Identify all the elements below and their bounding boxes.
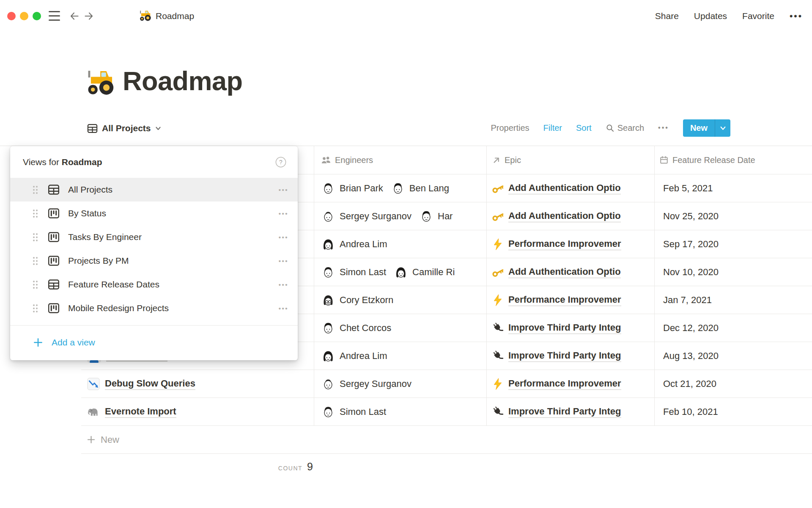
epic-cell[interactable]: Improve Third Party Integ <box>487 314 655 342</box>
epic-cell[interactable]: Add Authentication Optio <box>487 258 655 286</box>
engineers-cell[interactable]: Andrea Lim <box>314 230 487 258</box>
view-item-menu-icon[interactable]: ••• <box>279 234 288 241</box>
new-button-label[interactable]: New <box>683 119 715 137</box>
view-list-item-all-projects[interactable]: All Projects••• <box>10 178 298 202</box>
epic-cell[interactable]: Performance Improvemer <box>487 286 655 314</box>
share-button[interactable]: Share <box>655 11 679 21</box>
updates-button[interactable]: Updates <box>694 11 727 21</box>
epic-page-link[interactable]: Add Authentication Optio <box>508 182 621 194</box>
column-header-release-date[interactable]: Feature Release Date <box>655 146 812 174</box>
view-item-menu-icon[interactable]: ••• <box>279 305 288 312</box>
project-page-link[interactable]: Evernote Import <box>105 406 176 418</box>
release-date-cell[interactable]: Oct 21, 2020 <box>655 370 812 398</box>
engineers-cell[interactable]: Brian ParkBen Lang <box>314 174 487 202</box>
person-chip[interactable]: Chet Corcos <box>321 321 391 335</box>
view-options-icon[interactable]: ••• <box>658 124 669 132</box>
view-list-item-tasks-by-engineer[interactable]: Tasks By Engineer••• <box>10 225 298 249</box>
project-cell[interactable]: Evernote Import <box>81 398 314 425</box>
person-chip[interactable]: Simon Last <box>321 405 386 419</box>
new-record-button[interactable]: New <box>683 119 730 137</box>
epic-page-link[interactable]: Add Authentication Optio <box>508 210 621 222</box>
row-count[interactable]: COUNT 9 <box>81 461 313 473</box>
person-chip[interactable]: Cory Etzkorn <box>321 293 393 307</box>
close-window-button[interactable] <box>7 12 16 20</box>
view-list-item-projects-by-pm[interactable]: Projects By PM••• <box>10 249 298 273</box>
engineers-cell[interactable]: Simon Last <box>314 398 487 425</box>
epic-cell[interactable]: Performance Improvemer <box>487 370 655 398</box>
view-list-item-mobile-redesign-projects[interactable]: Mobile Redesign Projects••• <box>10 296 298 320</box>
properties-button[interactable]: Properties <box>491 123 529 133</box>
drag-handle-icon[interactable] <box>32 209 38 218</box>
engineers-cell[interactable]: Andrea Lim <box>314 342 487 370</box>
person-chip[interactable]: Ben Lang <box>391 181 449 196</box>
breadcrumb-page-title[interactable]: Roadmap <box>156 11 194 21</box>
view-item-menu-icon[interactable]: ••• <box>279 257 288 265</box>
column-header-engineers[interactable]: Engineers <box>314 146 487 174</box>
release-date-cell[interactable]: Jan 7, 2021 <box>655 286 812 314</box>
back-arrow-icon[interactable] <box>69 11 80 22</box>
person-chip[interactable]: Andrea Lim <box>321 237 387 251</box>
person-chip[interactable]: Simon Last <box>321 265 386 279</box>
person-chip[interactable]: Camille Ri <box>394 265 455 279</box>
epic-page-link[interactable]: Improve Third Party Integ <box>508 322 621 334</box>
drag-handle-icon[interactable] <box>32 304 38 313</box>
view-item-menu-icon[interactable]: ••• <box>279 281 288 288</box>
person-chip[interactable]: Brian Park <box>321 181 383 196</box>
sidebar-menu-icon[interactable] <box>49 11 60 21</box>
person-chip[interactable]: Andrea Lim <box>321 349 387 363</box>
engineers-cell[interactable]: Chet Corcos <box>314 314 487 342</box>
release-date-cell[interactable]: Feb 10, 2021 <box>655 398 812 425</box>
engineers-cell[interactable]: Sergey SurganovHar <box>314 202 487 230</box>
sort-button[interactable]: Sort <box>576 123 592 133</box>
epic-cell[interactable]: Performance Improvemer <box>487 230 655 258</box>
new-button-chevron-icon[interactable] <box>715 119 730 137</box>
search-button[interactable]: Search <box>606 123 644 133</box>
plug-icon <box>492 350 505 362</box>
zoom-window-button[interactable] <box>33 12 41 20</box>
forward-arrow-icon[interactable] <box>83 11 94 22</box>
person-chip[interactable]: Sergey Surganov <box>321 209 411 224</box>
engineers-cell[interactable]: Simon LastCamille Ri <box>314 258 487 286</box>
epic-cell[interactable]: Add Authentication Optio <box>487 202 655 230</box>
filter-button[interactable]: Filter <box>543 123 562 133</box>
release-date-cell[interactable]: Aug 13, 2020 <box>655 342 812 370</box>
drag-handle-icon[interactable] <box>32 232 38 242</box>
epic-page-link[interactable]: Performance Improvemer <box>508 378 621 390</box>
add-view-button[interactable]: Add a view <box>10 326 298 359</box>
page-tractor-icon[interactable] <box>84 69 114 96</box>
epic-page-link[interactable]: Improve Third Party Integ <box>508 406 621 418</box>
view-item-menu-icon[interactable]: ••• <box>279 186 288 193</box>
epic-page-link[interactable]: Add Authentication Optio <box>508 266 621 278</box>
drag-handle-icon[interactable] <box>32 185 38 195</box>
person-chip[interactable]: Har <box>419 209 453 224</box>
add-row-button[interactable]: New <box>81 426 812 454</box>
person-chip[interactable]: Sergey Surganov <box>321 377 411 391</box>
minimize-window-button[interactable] <box>20 12 28 20</box>
epic-page-link[interactable]: Performance Improvemer <box>508 294 621 306</box>
column-header-epic[interactable]: Epic <box>487 146 655 174</box>
release-date-cell[interactable]: Nov 10, 2020 <box>655 258 812 286</box>
release-date-cell[interactable]: Nov 25, 2020 <box>655 202 812 230</box>
epic-cell[interactable]: Improve Third Party Integ <box>487 342 655 370</box>
more-options-icon[interactable]: ••• <box>790 11 803 21</box>
engineers-cell[interactable]: Cory Etzkorn <box>314 286 487 314</box>
release-date-cell[interactable]: Sep 17, 2020 <box>655 230 812 258</box>
question-mark-icon[interactable]: ? <box>275 156 287 168</box>
drag-handle-icon[interactable] <box>32 256 38 266</box>
view-selector[interactable]: All Projects <box>87 120 162 137</box>
view-list-item-feature-release-dates[interactable]: Feature Release Dates••• <box>10 273 298 296</box>
epic-page-link[interactable]: Improve Third Party Integ <box>508 350 621 362</box>
project-cell[interactable]: Debug Slow Queries <box>81 370 314 398</box>
engineers-cell[interactable]: Sergey Surganov <box>314 370 487 398</box>
epic-page-link[interactable]: Performance Improvemer <box>508 238 621 250</box>
project-page-link[interactable]: Debug Slow Queries <box>105 378 195 390</box>
release-date-cell[interactable]: Feb 5, 2021 <box>655 174 812 202</box>
favorite-button[interactable]: Favorite <box>742 11 774 21</box>
view-list-item-by-status[interactable]: By Status••• <box>10 202 298 225</box>
view-item-menu-icon[interactable]: ••• <box>279 210 288 217</box>
search-label: Search <box>617 123 644 133</box>
epic-cell[interactable]: Improve Third Party Integ <box>487 398 655 425</box>
release-date-cell[interactable]: Dec 12, 2020 <box>655 314 812 342</box>
epic-cell[interactable]: Add Authentication Optio <box>487 174 655 202</box>
drag-handle-icon[interactable] <box>32 280 38 290</box>
